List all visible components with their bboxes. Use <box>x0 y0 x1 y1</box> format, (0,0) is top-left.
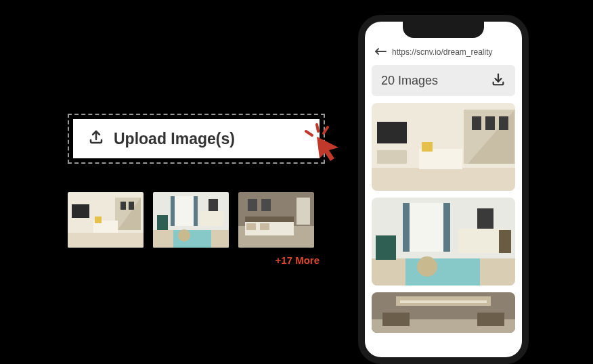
svg-rect-9 <box>95 217 102 223</box>
svg-point-20 <box>178 229 190 242</box>
svg-point-50 <box>417 256 437 277</box>
upload-icon <box>88 129 104 149</box>
svg-rect-41 <box>377 150 407 164</box>
svg-rect-36 <box>419 149 462 169</box>
thumbnail[interactable] <box>68 192 144 248</box>
svg-rect-38 <box>472 116 481 130</box>
svg-rect-44 <box>405 258 480 286</box>
svg-rect-48 <box>458 229 506 253</box>
svg-rect-11 <box>129 202 134 210</box>
svg-rect-47 <box>443 203 450 252</box>
more-count-label: +17 More <box>68 254 325 266</box>
thumbnail[interactable] <box>153 192 229 248</box>
svg-rect-32 <box>372 168 515 191</box>
svg-rect-33 <box>377 122 407 143</box>
thumbnail[interactable] <box>238 192 314 248</box>
svg-rect-58 <box>477 313 504 326</box>
svg-rect-17 <box>194 196 198 226</box>
svg-rect-5 <box>72 204 89 218</box>
phone-image[interactable] <box>372 292 515 333</box>
svg-rect-46 <box>403 203 410 252</box>
svg-rect-49 <box>376 235 396 260</box>
svg-rect-27 <box>248 199 257 211</box>
svg-rect-52 <box>499 230 511 253</box>
svg-rect-29 <box>246 223 256 230</box>
svg-rect-51 <box>477 208 493 229</box>
back-arrow-icon[interactable] <box>374 46 387 58</box>
images-count-label: 20 Images <box>381 74 438 88</box>
url-text: https://scnv.io/dream_reality <box>392 47 493 57</box>
svg-rect-25 <box>245 217 294 222</box>
upload-dropzone[interactable]: Upload Image(s) <box>68 114 325 164</box>
upload-area: Upload Image(s) <box>68 114 325 266</box>
download-icon[interactable] <box>491 72 506 89</box>
svg-rect-30 <box>260 223 269 230</box>
phone-image-list <box>372 103 515 333</box>
svg-rect-18 <box>200 211 223 226</box>
svg-rect-40 <box>499 116 508 130</box>
images-header: 20 Images <box>372 65 515 96</box>
phone-image[interactable] <box>372 198 515 286</box>
svg-rect-37 <box>422 142 433 152</box>
svg-rect-26 <box>296 198 310 225</box>
phone-mockup: https://scnv.io/dream_reality 20 Images <box>358 15 529 364</box>
svg-rect-56 <box>400 300 487 303</box>
phone-image[interactable] <box>372 103 515 191</box>
upload-button[interactable]: Upload Image(s) <box>73 119 320 158</box>
svg-rect-57 <box>382 313 410 326</box>
svg-rect-4 <box>68 233 144 248</box>
svg-rect-28 <box>261 199 271 211</box>
svg-rect-39 <box>485 116 495 130</box>
svg-rect-21 <box>208 199 218 211</box>
phone-notch <box>403 20 484 38</box>
upload-button-label: Upload Image(s) <box>114 130 235 148</box>
url-bar: https://scnv.io/dream_reality <box>372 46 515 58</box>
svg-rect-10 <box>120 202 126 210</box>
thumbnail-row <box>68 192 325 248</box>
svg-rect-19 <box>157 215 168 230</box>
svg-line-2 <box>324 127 328 133</box>
svg-rect-16 <box>171 196 175 226</box>
svg-rect-45 <box>403 203 450 252</box>
